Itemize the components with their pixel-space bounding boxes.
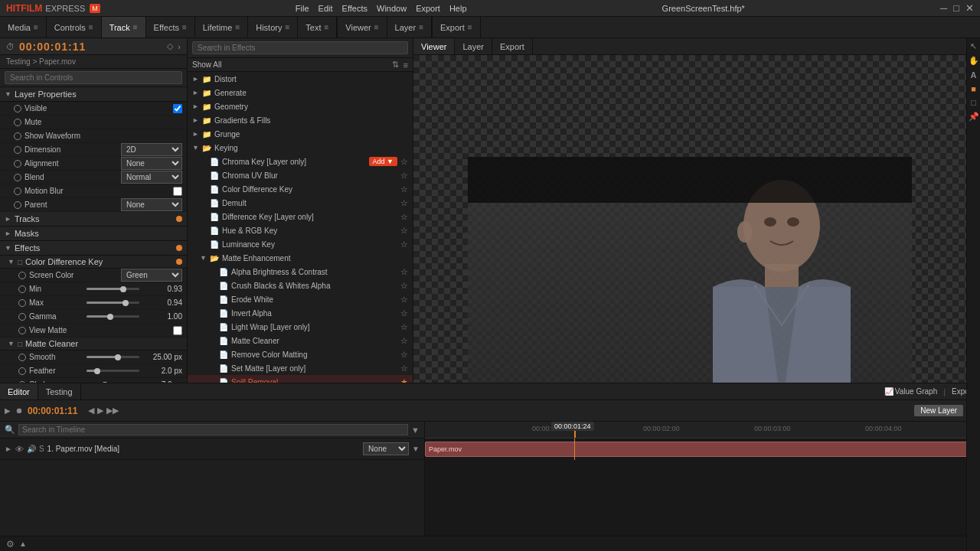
tree-crush-blacks[interactable]: ► 📄 Crush Blacks & Whites Alpha ☆ — [188, 279, 413, 292]
max-slider[interactable] — [87, 302, 139, 304]
gamma-slider[interactable] — [87, 315, 139, 318]
tree-erode[interactable]: ► 📄 Erode White ☆ — [188, 292, 413, 306]
add-chroma-key-btn[interactable]: Add ▼ — [369, 157, 397, 166]
tl-filter-icon[interactable]: ▼ — [411, 425, 420, 435]
visible-checkbox[interactable] — [173, 104, 182, 113]
tree-remove-color[interactable]: ► 📄 Remove Color Matting ☆ — [188, 347, 413, 361]
minimize-button[interactable]: ─ — [940, 2, 947, 14]
tl-bottom-arrow[interactable]: ▲ — [19, 540, 27, 548]
tree-color-diff[interactable]: ► 📄 Color Difference Key ☆ — [188, 182, 413, 196]
parent-select[interactable]: None — [121, 198, 182, 211]
new-layer-btn[interactable]: New Layer — [914, 405, 963, 416]
pin-icon[interactable]: 📌 — [969, 112, 979, 122]
timeline-playhead[interactable]: 00:00:01:24 — [574, 422, 576, 438]
color-icon[interactable]: ■ — [971, 84, 976, 93]
ck-star[interactable]: ☆ — [400, 157, 408, 167]
tab-track[interactable]: Track ≡ — [102, 17, 146, 37]
rc-star[interactable]: ☆ — [400, 350, 408, 360]
tab-media[interactable]: Media ≡ — [0, 17, 47, 37]
hand-icon[interactable]: ✋ — [969, 56, 979, 66]
close-button[interactable]: ✕ — [965, 2, 974, 14]
tab-export[interactable]: Export ≡ — [433, 17, 481, 37]
tab-lifetime[interactable]: Lifetime ≡ — [195, 17, 248, 37]
masks-section[interactable]: ► Masks — [0, 227, 187, 241]
tl-tab-testing[interactable]: Testing — [38, 383, 81, 399]
type-icon[interactable]: A — [971, 70, 977, 80]
tree-gradients[interactable]: ► 📁 Gradients & Fills — [188, 113, 413, 127]
blend-select[interactable]: Normal — [121, 171, 182, 184]
tab-layer[interactable]: Layer ≡ — [387, 17, 432, 37]
search-controls-input[interactable] — [5, 71, 182, 84]
layer-expand-arrow[interactable]: ► — [5, 445, 12, 453]
menu-export[interactable]: Export — [416, 4, 440, 13]
tree-set-matte[interactable]: ► 📄 Set Matte [Layer only] ☆ — [188, 361, 413, 375]
smooth-slider[interactable] — [87, 356, 139, 358]
tree-hue-key[interactable]: ► 📄 Hue & RGB Key ☆ — [188, 223, 413, 237]
tab-viewer[interactable]: Viewer ≡ — [338, 17, 387, 37]
tree-matte-cleaner[interactable]: ► 📄 Matte Cleaner ☆ — [188, 334, 413, 347]
ab-star[interactable]: ☆ — [400, 267, 408, 277]
tl-tab-editor[interactable]: Editor — [0, 383, 38, 399]
ew-star[interactable]: ☆ — [400, 295, 408, 305]
matte-cleaner-header[interactable]: ▼ □ Matte Cleaner — [0, 337, 187, 350]
tree-generate[interactable]: ► 📁 Generate — [188, 86, 413, 99]
cursor-icon[interactable]: ↖ — [970, 41, 977, 51]
tab-controls[interactable]: Controls ≡ — [47, 17, 102, 37]
cb-star[interactable]: ☆ — [400, 281, 408, 291]
sm-star[interactable]: ☆ — [400, 364, 408, 373]
feather-slider[interactable] — [87, 370, 139, 372]
alignment-select[interactable]: None — [121, 157, 182, 170]
motionblur-checkbox[interactable] — [173, 187, 182, 196]
tree-lum-key[interactable]: ► 📄 Luminance Key ☆ — [188, 237, 413, 251]
menu-edit[interactable]: Edit — [318, 4, 333, 13]
tree-keying[interactable]: ▼ 📂 Keying — [188, 141, 413, 155]
tree-matte-enh[interactable]: ▼ 📂 Matte Enhancement — [188, 251, 413, 265]
lk-star[interactable]: ☆ — [400, 240, 408, 249]
menu-file[interactable]: File — [296, 4, 309, 13]
tree-diff-key[interactable]: ► 📄 Difference Key [Layer only] ☆ — [188, 210, 413, 223]
viewer-tab-export[interactable]: Export — [492, 38, 533, 54]
effects-section[interactable]: ▼ Effects — [0, 241, 187, 256]
tree-demult[interactable]: ► 📄 Demult ☆ — [188, 196, 413, 210]
sort-icon[interactable]: ⇅ — [392, 60, 399, 70]
hk-star[interactable]: ☆ — [400, 226, 408, 236]
tree-alpha-bright[interactable]: ► 📄 Alpha Brightness & Contrast ☆ — [188, 265, 413, 279]
tl-nav-right[interactable]: ▶▶ — [106, 406, 119, 416]
layer-audio-icon[interactable]: 🔊 — [27, 445, 36, 453]
tl-nav-play[interactable]: ▶ — [97, 406, 103, 416]
cdk-color-select[interactable]: Green — [121, 269, 182, 282]
menu-effects[interactable]: Effects — [342, 4, 368, 13]
ia-star[interactable]: ☆ — [400, 308, 408, 318]
cd-star[interactable]: ☆ — [400, 184, 408, 194]
dk-star[interactable]: ☆ — [400, 212, 408, 222]
tree-chroma-key[interactable]: ► 📄 Chroma Key [Layer only] Add ▼ ☆ — [188, 155, 413, 168]
tab-text[interactable]: Text ≡ — [298, 17, 337, 37]
color-diff-key-header[interactable]: ▼ □ Color Difference Key — [0, 256, 187, 269]
tl-bottom-gear[interactable]: ⚙ — [6, 539, 15, 549]
dm-star[interactable]: ☆ — [400, 198, 408, 208]
cuv-star[interactable]: ☆ — [400, 171, 408, 181]
tl-play-icon[interactable]: ▶ — [5, 406, 11, 415]
layer-blend-select[interactable]: None — [363, 442, 409, 455]
filter-icon[interactable]: ≡ — [403, 60, 408, 70]
timeline-search-input[interactable] — [18, 424, 408, 435]
show-all-btn[interactable]: Show All — [192, 60, 221, 69]
tree-geometry[interactable]: ► 📁 Geometry — [188, 99, 413, 113]
layer-solo-icon[interactable]: S — [39, 445, 44, 453]
viewer-tab-viewer[interactable]: Viewer — [413, 38, 455, 54]
timeline-clip[interactable]: Paper.mov — [425, 442, 976, 457]
tab-history[interactable]: History ≡ — [248, 17, 298, 37]
viewer-tab-layer[interactable]: Layer — [455, 38, 492, 54]
layer-visible-icon[interactable]: 👁 — [15, 445, 24, 454]
maximize-button[interactable]: □ — [953, 2, 959, 14]
tl-record-icon[interactable]: ⏺ — [15, 406, 23, 415]
value-graph-btn[interactable]: 📈 Value Graph — [884, 387, 937, 396]
tl-nav-left[interactable]: ◀ — [88, 406, 94, 416]
cdk-viewmatte-check[interactable] — [173, 326, 182, 335]
menu-window[interactable]: Window — [377, 4, 407, 13]
dimension-select[interactable]: 2D — [121, 143, 182, 156]
tree-distort[interactable]: ► 📁 Distort — [188, 72, 413, 86]
tree-grunge[interactable]: ► 📁 Grunge — [188, 127, 413, 141]
tree-chroma-uv[interactable]: ► 📄 Chroma UV Blur ☆ — [188, 168, 413, 182]
mc2-star[interactable]: ☆ — [400, 336, 408, 346]
